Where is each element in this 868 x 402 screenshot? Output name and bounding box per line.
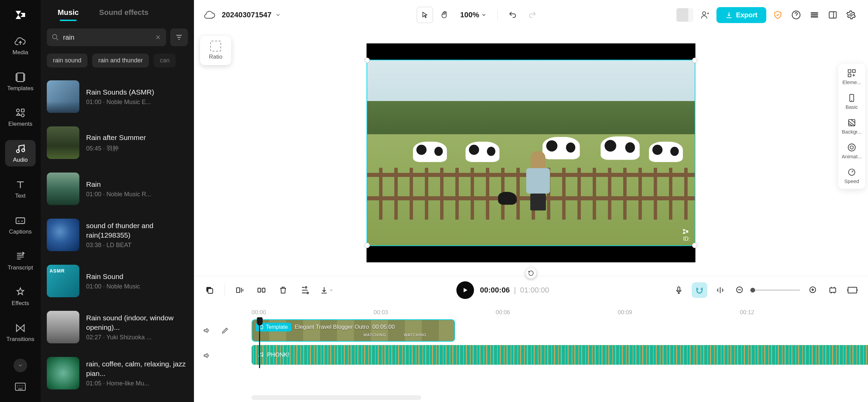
timeline[interactable]: 00:00 00:03 00:06 00:09 00:12 xyxy=(194,304,868,402)
rp-background[interactable]: Backgr... xyxy=(840,118,864,135)
track-mute-icon[interactable] xyxy=(203,326,211,335)
rp-speed[interactable]: Speed xyxy=(840,167,864,184)
expand-timeline-button[interactable] xyxy=(846,283,859,297)
cursor-tool-button[interactable] xyxy=(417,7,433,23)
svg-point-28 xyxy=(307,292,309,294)
timeline-toolbar: 00:00:06 | 01:00:00 xyxy=(194,276,868,304)
search-box xyxy=(47,28,166,46)
nav-captions[interactable]: Captions xyxy=(5,212,36,238)
cloud-upload-icon xyxy=(15,36,26,47)
zoom-in-button[interactable] xyxy=(806,283,820,297)
chip[interactable]: rain and thunder xyxy=(92,54,149,67)
tab-sound-effects[interactable]: Sound effects xyxy=(99,8,148,21)
captions-icon xyxy=(15,215,26,226)
result-item[interactable]: sound of thunder and rain(1298355) 03:38… xyxy=(47,212,188,258)
clear-search-icon[interactable] xyxy=(155,34,161,41)
result-item[interactable]: Rain sound (indoor, window opening)... 0… xyxy=(47,304,188,350)
cloud-sync-icon[interactable] xyxy=(204,9,216,21)
keyboard-shortcuts-button[interactable] xyxy=(14,382,27,392)
nav-text[interactable]: Text xyxy=(5,176,36,202)
delete-button[interactable] xyxy=(276,283,290,297)
settings-icon[interactable] xyxy=(844,8,858,22)
hand-tool-button[interactable] xyxy=(436,7,453,23)
rp-elements[interactable]: Eleme... xyxy=(840,68,864,85)
rp-basic[interactable]: Basic xyxy=(840,93,864,110)
split-left-button[interactable] xyxy=(233,283,246,297)
rotate-handle[interactable] xyxy=(526,268,536,279)
nav-transcript[interactable]: Transcript xyxy=(5,248,36,274)
result-item[interactable]: rain, coffee, calm, relaxing, jazz pian.… xyxy=(47,350,188,396)
svg-point-5 xyxy=(21,114,24,117)
export-button[interactable]: Export xyxy=(716,7,766,23)
ratio-button[interactable]: Ratio xyxy=(200,36,231,65)
fit-timeline-button[interactable] xyxy=(826,283,840,297)
tab-music[interactable]: Music xyxy=(58,8,79,21)
undo-button[interactable] xyxy=(505,7,521,23)
zoom-out-button[interactable] xyxy=(733,283,747,297)
result-item[interactable]: Rain Sound 01:00 · Noble Music xyxy=(47,258,188,304)
audio-clip-title: PHONK! xyxy=(267,351,289,358)
filter-button[interactable] xyxy=(170,28,188,46)
download-button[interactable] xyxy=(320,283,333,297)
app-logo[interactable] xyxy=(12,7,28,23)
rp-animation[interactable]: Animat... xyxy=(840,143,864,159)
results-list[interactable]: Rain Sounds (ASMR) 01:00 · Noble Music E… xyxy=(41,71,194,402)
resize-handle-tl[interactable] xyxy=(364,58,370,63)
nav-audio[interactable]: Audio xyxy=(5,140,36,166)
layers-icon[interactable] xyxy=(808,8,821,22)
resize-handle-tr[interactable] xyxy=(692,58,697,63)
clip-duration: 00:05:00 xyxy=(372,324,395,330)
templates-icon xyxy=(15,72,26,83)
add-collaborator-button[interactable] xyxy=(698,8,712,22)
voiceover-button[interactable] xyxy=(672,283,686,297)
video-frame[interactable]: ID: xyxy=(367,43,695,262)
playhead[interactable] xyxy=(259,318,260,368)
track-edit-icon[interactable] xyxy=(221,326,229,335)
result-item[interactable]: Rain 01:00 · Noble Music R... xyxy=(47,166,188,212)
help-icon[interactable] xyxy=(789,8,803,22)
nav-elements[interactable]: Elements xyxy=(5,104,36,131)
result-meta: 01:00 · Noble Music R... xyxy=(86,191,151,198)
panel-toggle-icon[interactable] xyxy=(826,8,840,22)
crop-options-button[interactable] xyxy=(298,283,312,297)
svg-point-21 xyxy=(850,146,853,149)
chip[interactable]: rain sound xyxy=(47,54,87,67)
project-title[interactable]: 202403071547 xyxy=(222,11,281,19)
snap-button[interactable] xyxy=(713,283,727,297)
svg-rect-15 xyxy=(848,70,851,73)
nav-templates[interactable]: Templates xyxy=(5,68,36,95)
nav-transitions[interactable]: Transitions xyxy=(5,319,36,346)
resize-handle-br[interactable] xyxy=(692,243,697,248)
audio-icon xyxy=(15,143,26,155)
suggestion-chips: rain sound rain and thunder can xyxy=(41,50,194,71)
svg-rect-2 xyxy=(24,74,25,81)
video-clip[interactable]: Template Elegant Travel Blogger Outro 00… xyxy=(252,319,455,342)
timeline-scrollbar[interactable] xyxy=(252,395,421,400)
copy-button[interactable] xyxy=(203,283,216,297)
search-input[interactable] xyxy=(63,34,151,41)
audio-clip[interactable]: PHONK! xyxy=(252,345,868,365)
video-content[interactable]: ID: xyxy=(367,60,695,246)
track-mute-icon[interactable] xyxy=(203,351,211,360)
timeline-zoom-slider[interactable] xyxy=(753,289,800,291)
timeline-ruler[interactable]: 00:00 00:03 00:06 00:09 00:12 xyxy=(252,304,868,318)
zoom-dropdown[interactable]: 100% xyxy=(460,11,487,19)
nav-media[interactable]: Media xyxy=(5,33,36,59)
svg-rect-33 xyxy=(848,287,857,293)
split-button[interactable] xyxy=(255,283,268,297)
svg-rect-32 xyxy=(830,288,835,292)
chip[interactable]: can xyxy=(154,54,176,67)
redo-button[interactable] xyxy=(524,7,540,23)
nav-effects[interactable]: Effects xyxy=(5,284,36,310)
result-item[interactable]: Rain Sounds (ASMR) 01:00 · Noble Music E… xyxy=(47,74,188,120)
preview-area[interactable]: Ratio ID: xyxy=(194,30,868,276)
magnet-button[interactable] xyxy=(692,282,707,298)
svg-point-10 xyxy=(53,35,57,39)
result-item[interactable]: Rain after Summer 05:45 · 羽肿 xyxy=(47,120,188,166)
play-button[interactable] xyxy=(456,281,474,299)
resize-handle-bl[interactable] xyxy=(364,243,370,248)
nav-expand-button[interactable] xyxy=(14,359,27,372)
svg-point-36 xyxy=(262,355,263,356)
svg-rect-23 xyxy=(208,288,213,293)
shield-icon[interactable] xyxy=(771,8,785,22)
